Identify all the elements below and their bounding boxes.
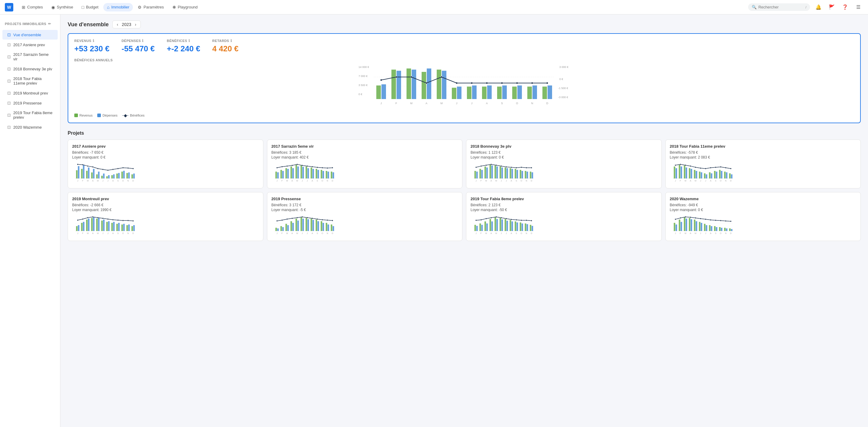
svg-rect-169 [486, 167, 488, 179]
svg-point-355 [312, 218, 313, 219]
svg-point-454 [705, 219, 706, 220]
svg-rect-274 [96, 219, 98, 231]
year-prev-button[interactable]: ‹ [116, 22, 120, 27]
svg-point-303 [102, 218, 103, 219]
sidebar-item-vue[interactable]: ⊡Vue d'ensemble [2, 30, 58, 39]
nav-item-budget[interactable]: □Budget [78, 3, 102, 11]
projet-card[interactable]: 2020 Wazemme Bénéfices: -949 € Loyer man… [665, 192, 861, 241]
svg-text:F: F [480, 180, 482, 182]
svg-rect-324 [296, 219, 297, 231]
svg-point-301 [92, 216, 93, 217]
nav-item-immobilier[interactable]: ⌂Immobilier [103, 3, 133, 11]
p4-icon: ⊡ [7, 79, 11, 83]
sidebar-item-p2[interactable]: ⊡2017 Sarrazin 5eme vir [2, 50, 58, 64]
search-shortcut: / [805, 5, 806, 9]
nav-item-comptes[interactable]: ⊞Comptes [18, 3, 46, 11]
svg-rect-121 [290, 166, 292, 179]
svg-rect-145 [331, 172, 332, 179]
svg-rect-395 [530, 225, 531, 231]
depenses-info-icon[interactable]: ℹ [142, 39, 144, 43]
svg-text:N: N [327, 232, 328, 234]
svg-rect-19 [437, 70, 441, 99]
svg-rect-392 [525, 223, 526, 231]
svg-point-200 [486, 164, 487, 166]
svg-text:M: M [485, 232, 487, 234]
notification-bell[interactable]: 🔔 [814, 2, 823, 12]
projet-card[interactable]: 2018 Tour Fabia 11eme prelev Bénéfices: … [665, 140, 861, 188]
svg-rect-340 [322, 223, 324, 231]
svg-point-453 [700, 218, 701, 219]
benefices-info-icon[interactable]: ℹ [188, 39, 190, 43]
projet-name: 2017 Sarrazin 5eme vir [272, 144, 458, 149]
nav-item-playground[interactable]: ❋Playground [169, 3, 202, 11]
svg-rect-137 [317, 170, 319, 179]
svg-rect-413 [675, 224, 677, 231]
revenus-info-icon[interactable]: ℹ [93, 39, 95, 43]
sidebar-item-p8[interactable]: ⊡2020 Wazemme [2, 122, 58, 132]
svg-rect-318 [285, 224, 287, 231]
svg-rect-168 [485, 166, 486, 179]
search-icon: 🔍 [752, 5, 756, 9]
projet-benefices: Bénéfices: 2 123 € [470, 203, 657, 207]
svg-text:D: D [531, 232, 532, 234]
projet-card[interactable]: 2017 Sarrazin 5eme vir Bénéfices: 3 185 … [267, 140, 463, 188]
svg-rect-174 [495, 165, 496, 179]
sidebar-item-p7[interactable]: ⊡2019 Tour Fabia 8eme prelev [2, 108, 58, 122]
svg-rect-365 [479, 223, 481, 231]
svg-text:D: D [132, 232, 134, 234]
benefices-label: BÉNÉFICES ℹ [167, 39, 200, 43]
sidebar-item-p4[interactable]: ⊡2018 Tour Fabia 11eme prelev [2, 74, 58, 88]
projet-benefices: Bénéfices: 3 172 € [272, 203, 458, 207]
svg-point-452 [695, 217, 696, 219]
svg-text:A: A [92, 232, 94, 234]
svg-point-448 [675, 219, 676, 220]
svg-rect-286 [116, 224, 118, 231]
sidebar-item-p1[interactable]: ⊡2017 Asniere prev [2, 40, 58, 50]
svg-rect-272 [93, 217, 95, 231]
svg-rect-375 [497, 219, 498, 231]
svg-rect-265 [81, 223, 83, 231]
svg-rect-184 [512, 169, 513, 179]
svg-rect-69 [88, 167, 89, 179]
projet-card[interactable]: 2017 Asniere prev Bénéfices: -7 650 € Lo… [68, 140, 264, 188]
svg-point-154 [307, 165, 308, 167]
svg-point-451 [690, 216, 691, 218]
svg-rect-336 [316, 219, 317, 231]
svg-rect-116 [282, 171, 284, 179]
projet-card[interactable]: 2019 Montreuil prev Bénéfices: -2 666 € … [68, 192, 264, 241]
search-box[interactable]: 🔍 / [748, 3, 810, 11]
svg-rect-412 [674, 223, 675, 231]
legend-revenus: Revenus [74, 113, 92, 118]
edit-icon[interactable]: ✏ [48, 22, 51, 26]
svg-text:M: M [495, 232, 497, 234]
projet-card[interactable]: 2018 Bonnevay 3e plv Bénéfices: 1 123 € … [466, 140, 662, 188]
svg-text:M: M [296, 232, 298, 234]
svg-rect-95 [131, 174, 133, 179]
svg-text:M: M [695, 232, 696, 234]
mini-chart: JFMAMJJASOND [470, 162, 657, 184]
svg-rect-363 [476, 226, 478, 231]
menu-icon[interactable]: ☰ [854, 2, 863, 12]
nav-item-parametres[interactable]: ⚙Paramètres [134, 3, 167, 11]
sidebar-item-p5[interactable]: ⊡2019 Montreuil prev [2, 88, 58, 98]
svg-rect-213 [675, 168, 677, 179]
svg-point-354 [307, 217, 308, 218]
sidebar-item-p6[interactable]: ⊡2019 Pressense [2, 98, 58, 108]
svg-text:A: A [486, 102, 488, 105]
nav-item-synthese[interactable]: ◉Synthèse [48, 3, 77, 11]
flag-icon[interactable]: 🚩 [827, 2, 837, 12]
search-input[interactable] [758, 5, 804, 9]
svg-rect-80 [106, 176, 108, 179]
svg-rect-262 [76, 226, 78, 231]
svg-rect-183 [510, 168, 511, 179]
retards-info-icon[interactable]: ℹ [230, 39, 232, 43]
sidebar-item-p3[interactable]: ⊡2018 Bonnevay 3e plv [2, 64, 58, 74]
svg-text:S: S [117, 180, 119, 182]
help-icon[interactable]: ❓ [840, 2, 850, 12]
svg-rect-124 [296, 165, 297, 179]
year-next-button[interactable]: › [134, 22, 138, 27]
projet-card[interactable]: 2019 Pressense Bénéfices: 3 172 € Loyer … [267, 192, 463, 241]
stats-card: REVENUS ℹ +53 230 € DÉPENSES ℹ -55 470 €… [68, 33, 861, 123]
svg-point-398 [475, 219, 476, 221]
projet-card[interactable]: 2019 Tour Fabia 8eme prelev Bénéfices: 2… [466, 192, 662, 241]
